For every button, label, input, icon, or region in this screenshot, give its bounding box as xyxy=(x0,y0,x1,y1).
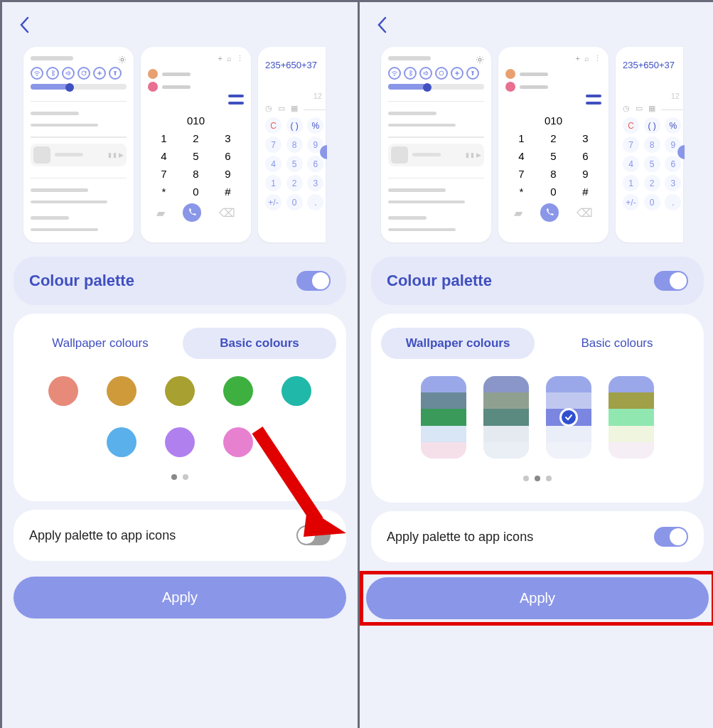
wallpaper-swatch[interactable] xyxy=(483,376,529,459)
calc-key: +/- xyxy=(265,194,282,210)
more-icon: ⋮ xyxy=(236,54,244,63)
dial-key: * xyxy=(148,183,180,200)
call-icon xyxy=(540,203,559,222)
search-icon: ⌕ xyxy=(584,54,589,63)
dial-key: 0 xyxy=(180,183,212,200)
backspace-icon: ⌫ xyxy=(577,206,593,220)
pager-dot[interactable] xyxy=(523,476,529,481)
annotation-highlight: Apply xyxy=(360,571,713,626)
palette-toggle[interactable] xyxy=(296,271,331,291)
calc-expression: 235+650+37 xyxy=(265,54,326,70)
bluetooth-icon xyxy=(404,67,417,80)
apply-palette-toggle[interactable] xyxy=(654,527,688,547)
apply-palette-row[interactable]: Apply palette to app icons xyxy=(371,511,704,562)
calc-key: 6 xyxy=(307,156,323,172)
calc-key: 2 xyxy=(286,175,303,191)
rotate-icon xyxy=(77,67,90,80)
search-icon: ⌕ xyxy=(227,54,232,63)
bluetooth-icon xyxy=(46,67,59,80)
color-swatch[interactable] xyxy=(107,427,136,457)
colour-palette-row[interactable]: Colour palette xyxy=(371,257,704,305)
color-swatch[interactable] xyxy=(165,427,195,457)
dialer-display: 010 xyxy=(505,114,601,127)
palette-toggle[interactable] xyxy=(654,271,688,291)
color-swatch[interactable] xyxy=(282,376,311,406)
back-button[interactable] xyxy=(18,15,342,40)
preview-calculator: 235+650+37 12 ◷▭▦ C ( ) % 7 8 9 4 5 6 1 … xyxy=(616,47,683,242)
brightness-slider xyxy=(31,84,127,90)
preview-calculator: 235+650+37 12 ◷▭▦ C ( ) % 7 8 9 4 5 6 1 … xyxy=(258,47,326,242)
svg-marker-4 xyxy=(304,508,346,537)
dial-key: 7 xyxy=(148,165,180,183)
svg-point-0 xyxy=(121,58,124,61)
back-button[interactable] xyxy=(375,15,699,40)
tab-wallpaper-colours[interactable]: Wallpaper colours xyxy=(381,328,535,359)
calc-key: 7 xyxy=(265,136,282,153)
backspace-icon: ⌫ xyxy=(219,206,235,220)
more-icon: ⋮ xyxy=(594,54,601,63)
calc-key: 3 xyxy=(307,175,323,191)
color-swatch[interactable] xyxy=(165,376,195,406)
colour-picker-card: Wallpaper colours Basic colours xyxy=(14,314,346,501)
preview-dialer: +⌕⋮ 010 1 2 3 4 5 6 7 8 9 * 0 xyxy=(498,47,609,242)
history-icon: ◷ xyxy=(265,104,272,113)
color-swatch[interactable] xyxy=(107,376,136,406)
svg-point-7 xyxy=(439,71,444,75)
pager-dot[interactable] xyxy=(183,474,188,480)
rotate-icon xyxy=(435,67,448,80)
svg-point-2 xyxy=(82,71,86,75)
wallpaper-swatch[interactable] xyxy=(609,376,654,459)
dial-key: 3 xyxy=(212,129,244,147)
header xyxy=(360,2,713,40)
calc-key: % xyxy=(307,117,323,134)
dial-key: 4 xyxy=(148,147,180,165)
header xyxy=(2,2,358,40)
calc-key: 1 xyxy=(265,175,282,191)
wifi-icon xyxy=(31,67,43,80)
tab-basic-colours[interactable]: Basic colours xyxy=(540,328,694,359)
pager-dot[interactable] xyxy=(535,476,540,481)
dial-key: 9 xyxy=(212,165,244,183)
preview-row: ▮ ▮ ▶ +⌕⋮ 010 1 2 3 xyxy=(2,40,358,257)
svg-point-6 xyxy=(394,75,395,76)
sound-icon xyxy=(419,67,432,80)
screen-right: ▮ ▮ ▶ +⌕⋮ 010 1 2 3 4 xyxy=(360,2,713,728)
apply-button[interactable]: Apply xyxy=(366,577,709,619)
wallpaper-swatch[interactable] xyxy=(546,376,591,459)
plus-icon: + xyxy=(218,54,223,63)
color-swatch[interactable] xyxy=(48,376,78,406)
svg-point-1 xyxy=(36,75,38,76)
airplane-icon xyxy=(93,67,106,80)
flashlight-icon xyxy=(466,67,479,80)
dial-key: 6 xyxy=(212,147,244,165)
color-swatch[interactable] xyxy=(223,376,253,406)
apply-button[interactable]: Apply xyxy=(14,577,346,619)
gear-icon xyxy=(476,54,484,63)
calc-key: 5 xyxy=(286,156,303,172)
palette-title: Colour palette xyxy=(29,272,134,290)
calc-key: 8 xyxy=(286,136,303,153)
tab-basic-colours[interactable]: Basic colours xyxy=(183,328,336,359)
dial-key: 8 xyxy=(180,165,212,183)
sound-icon xyxy=(62,67,75,80)
video-icon: ▰ xyxy=(156,206,165,220)
screen-left: ▮ ▮ ▶ +⌕⋮ 010 1 2 3 xyxy=(2,2,358,728)
colour-palette-row[interactable]: Colour palette xyxy=(14,257,346,305)
tab-wallpaper-colours[interactable]: Wallpaper colours xyxy=(23,328,177,359)
colour-picker-card: Wallpaper colours Basic colours xyxy=(371,314,704,503)
airplane-icon xyxy=(451,67,463,80)
wifi-icon xyxy=(388,67,401,80)
preview-dialer: +⌕⋮ 010 1 2 3 4 5 6 7 8 9 * 0 xyxy=(141,47,251,242)
preview-notification-panel: ▮ ▮ ▶ xyxy=(23,47,134,242)
preview-row: ▮ ▮ ▶ +⌕⋮ 010 1 2 3 4 xyxy=(360,40,713,257)
dial-key: 1 xyxy=(148,129,180,147)
wallpaper-swatch[interactable] xyxy=(421,376,466,459)
annotation-arrow xyxy=(236,416,350,544)
pager-dot[interactable] xyxy=(171,474,177,480)
gear-icon xyxy=(118,54,127,63)
pager-dot[interactable] xyxy=(546,476,552,481)
svg-point-5 xyxy=(478,58,481,61)
plus-icon: + xyxy=(576,54,580,63)
dial-key: 5 xyxy=(180,147,212,165)
call-icon xyxy=(183,203,201,222)
